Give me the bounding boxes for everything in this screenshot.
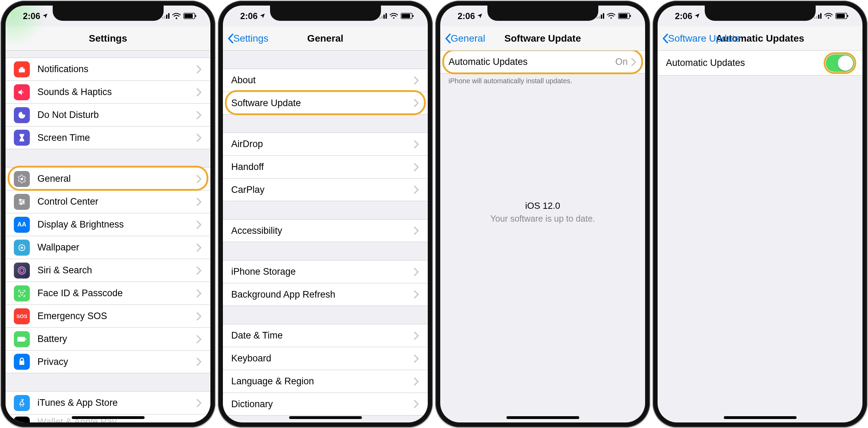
svg-point-12 xyxy=(20,292,21,293)
home-indicator[interactable] xyxy=(506,416,579,419)
controlcenter-icon xyxy=(14,194,30,210)
home-indicator[interactable] xyxy=(289,416,362,419)
row-label: Keyboard xyxy=(231,353,414,364)
dnd-icon xyxy=(14,107,30,123)
chevron-right-icon xyxy=(414,99,419,107)
chevron-right-icon xyxy=(414,140,419,148)
row-label: Wallpaper xyxy=(37,242,197,253)
row-handoff[interactable]: Handoff xyxy=(223,155,428,178)
svg-point-13 xyxy=(23,292,23,293)
row-label: Accessibility xyxy=(231,225,414,236)
wifi-icon xyxy=(607,13,615,19)
row-wallpaper[interactable]: Wallpaper xyxy=(6,236,210,259)
notch xyxy=(53,6,164,21)
svg-rect-14 xyxy=(17,337,25,342)
row-siri[interactable]: Siri & Search xyxy=(6,259,210,282)
row-label: General xyxy=(37,173,197,184)
svg-rect-15 xyxy=(25,338,26,340)
row-automatic-updates-toggle[interactable]: Automatic Updates xyxy=(658,51,862,76)
row-privacy[interactable]: Privacy xyxy=(6,350,210,373)
row-software-update[interactable]: Software Update xyxy=(223,92,428,114)
row-label: Face ID & Passcode xyxy=(37,288,197,299)
location-icon xyxy=(260,13,265,19)
row-controlcenter[interactable]: Control Center xyxy=(6,190,210,213)
row-sos[interactable]: SOS Emergency SOS xyxy=(6,305,210,327)
row-display[interactable]: AA Display & Brightness xyxy=(6,213,210,236)
chevron-right-icon xyxy=(414,332,419,340)
svg-rect-23 xyxy=(630,15,631,17)
location-icon xyxy=(694,13,700,19)
battery-row-icon xyxy=(14,331,30,347)
home-indicator[interactable] xyxy=(724,416,797,419)
chevron-right-icon xyxy=(414,226,419,235)
navbar: General Software Update xyxy=(440,26,645,51)
svg-point-16 xyxy=(393,17,394,19)
row-itunes[interactable]: iTunes & App Store xyxy=(6,391,210,414)
svg-point-5 xyxy=(20,199,21,200)
wifi-icon xyxy=(172,13,181,19)
row-label: Language & Region xyxy=(231,376,414,387)
svg-point-10 xyxy=(18,267,26,274)
siri-icon xyxy=(14,263,30,279)
sos-icon: SOS xyxy=(14,308,30,324)
home-indicator[interactable] xyxy=(72,416,145,419)
row-detail: On xyxy=(615,57,628,67)
appstore-icon xyxy=(14,395,30,411)
ios-version: iOS 12.0 xyxy=(440,199,645,213)
row-label: About xyxy=(231,75,414,86)
row-screentime[interactable]: Screen Time xyxy=(6,126,210,149)
navbar-title: Software Update xyxy=(504,33,581,44)
row-label: iTunes & App Store xyxy=(37,397,197,408)
location-icon xyxy=(477,13,483,19)
privacy-icon xyxy=(14,354,30,370)
row-accessibility[interactable]: Accessibility xyxy=(223,219,428,242)
chevron-right-icon xyxy=(197,312,202,320)
row-datetime[interactable]: Date & Time xyxy=(223,324,428,347)
row-label: Handoff xyxy=(231,162,414,172)
chevron-right-icon xyxy=(197,335,202,343)
row-label: Battery xyxy=(37,334,197,344)
back-button[interactable]: Settings xyxy=(228,33,268,44)
row-battery[interactable]: Battery xyxy=(6,327,210,350)
row-about[interactable]: About xyxy=(223,69,428,92)
toggle-switch[interactable] xyxy=(826,54,854,72)
row-language[interactable]: Language & Region xyxy=(223,370,428,393)
row-refresh[interactable]: Background App Refresh xyxy=(223,283,428,306)
svg-point-7 xyxy=(20,203,22,204)
wifi-icon xyxy=(824,13,833,19)
row-label: iPhone Storage xyxy=(231,266,414,277)
row-carplay[interactable]: CarPlay xyxy=(223,178,428,201)
row-dnd[interactable]: Do Not Disturb xyxy=(6,103,210,126)
chevron-right-icon xyxy=(197,221,202,229)
row-airdrop[interactable]: AirDrop xyxy=(223,132,428,155)
chevron-right-icon xyxy=(414,163,419,171)
svg-point-0 xyxy=(176,17,177,19)
row-faceid[interactable]: Face ID & Passcode xyxy=(6,282,210,305)
navbar-title: General xyxy=(307,33,343,44)
battery-icon xyxy=(401,13,414,19)
row-automatic-updates[interactable]: Automatic Updates On xyxy=(440,51,645,74)
row-sounds[interactable]: Sounds & Haptics xyxy=(6,80,210,103)
back-button[interactable]: Software Update xyxy=(662,33,740,44)
row-keyboard[interactable]: Keyboard xyxy=(223,347,428,370)
row-notifications[interactable]: Notifications xyxy=(6,58,210,80)
chevron-right-icon xyxy=(197,65,202,74)
screentime-icon xyxy=(14,130,30,146)
phone-3: 2:06 General Software Update Automat xyxy=(435,1,650,427)
notch xyxy=(705,6,816,21)
back-button[interactable]: General xyxy=(445,33,485,44)
row-general[interactable]: General xyxy=(6,167,210,190)
chevron-right-icon xyxy=(414,186,419,194)
wifi-icon xyxy=(390,13,398,19)
footer-text: iPhone will automatically install update… xyxy=(440,74,645,88)
svg-point-6 xyxy=(23,201,24,202)
back-label: Settings xyxy=(233,33,268,44)
row-label: CarPlay xyxy=(231,185,414,195)
chevron-right-icon xyxy=(197,198,202,206)
row-storage[interactable]: iPhone Storage xyxy=(223,260,428,283)
battery-icon xyxy=(835,13,849,19)
row-label: Software Update xyxy=(231,98,414,109)
svg-point-4 xyxy=(21,178,23,180)
chevron-right-icon xyxy=(197,243,202,252)
row-dictionary[interactable]: Dictionary xyxy=(223,393,428,416)
